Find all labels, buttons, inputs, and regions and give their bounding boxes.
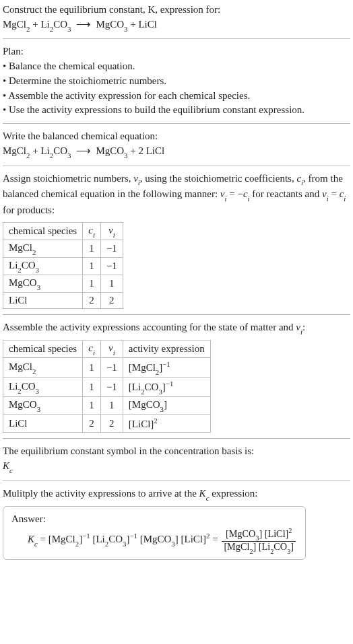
table-row: MgCO3 1 1 [MgCO3] <box>3 397 211 415</box>
plan-heading: Plan: <box>3 44 350 59</box>
col-ci: ci <box>83 222 101 240</box>
cell-species: MgCl2 <box>3 358 83 378</box>
kc-symbol-block: The equilibrium constant symbol in the c… <box>3 444 350 474</box>
cell-ci: 1 <box>83 397 101 415</box>
cell-vi: 2 <box>100 292 123 308</box>
plan-item: Balance the chemical equation. <box>3 59 350 74</box>
col-species: chemical species <box>3 341 83 358</box>
intro-line1: Construct the equilibrium constant, K, e… <box>3 3 350 17</box>
cell-activity: [LiCl]2 <box>123 415 210 433</box>
cell-vi: 1 <box>100 397 123 415</box>
stoich-block: Assign stoichiometric numbers, νi, using… <box>3 172 350 309</box>
cell-vi: −1 <box>100 257 123 275</box>
cell-vi: −1 <box>100 240 123 257</box>
cell-ci: 1 <box>83 358 101 378</box>
cell-vi: −1 <box>100 358 123 378</box>
cell-ci: 2 <box>83 415 101 433</box>
divider <box>3 438 350 439</box>
cell-species: MgCO3 <box>3 275 83 292</box>
plan-block: Plan: Balance the chemical equation. Det… <box>3 44 350 118</box>
divider <box>3 123 350 124</box>
answer-box: Answer: Kc = [MgCl2]−1 [Li2CO3]−1 [MgCO3… <box>3 506 306 560</box>
table-row: LiCl 2 2 [LiCl]2 <box>3 415 211 433</box>
stoich-table: chemical species ci νi MgCl2 1 −1 Li2CO3… <box>3 222 123 309</box>
cell-activity: [MgCO3] <box>123 397 210 415</box>
table-row: MgCO3 1 1 <box>3 275 123 292</box>
intro-equation: MgCl2 + Li2CO3 ⟶ MgCO3 + LiCl <box>3 17 350 34</box>
answer-expression: Kc = [MgCl2]−1 [Li2CO3]−1 [MgCO3] [LiCl]… <box>28 527 297 554</box>
multiply-intro: Mulitply the activity expressions to arr… <box>3 487 350 503</box>
cell-species: LiCl <box>3 415 83 433</box>
cell-activity: [Li2CO3]−1 <box>123 378 210 397</box>
cell-species: MgCl2 <box>3 240 83 257</box>
table-header-row: chemical species ci νi <box>3 222 123 240</box>
col-vi: νi <box>100 222 123 240</box>
activity-block: Assemble the activity expressions accoun… <box>3 320 350 433</box>
table-row: Li2CO3 1 −1 <box>3 257 123 275</box>
answer-label: Answer: <box>11 512 297 527</box>
balanced-equation: MgCl2 + Li2CO3 ⟶ MgCO3 + 2 LiCl <box>3 144 350 160</box>
cell-ci: 2 <box>83 292 101 308</box>
table-row: Li2CO3 1 −1 [Li2CO3]−1 <box>3 378 211 397</box>
plan-item: Use the activity expressions to build th… <box>3 103 350 118</box>
cell-ci: 1 <box>83 257 101 275</box>
table-row: LiCl 2 2 <box>3 292 123 308</box>
col-species: chemical species <box>3 222 83 240</box>
kc-symbol: Kc <box>3 459 350 475</box>
cell-activity: [MgCl2]−1 <box>123 358 210 378</box>
activity-intro: Assemble the activity expressions accoun… <box>3 320 350 336</box>
divider <box>3 314 350 315</box>
table-row: MgCl2 1 −1 [MgCl2]−1 <box>3 358 211 378</box>
cell-species: LiCl <box>3 292 83 308</box>
balanced-block: Write the balanced chemical equation: Mg… <box>3 129 350 159</box>
plan-item: Assemble the activity expression for eac… <box>3 89 350 104</box>
activity-table: chemical species ci νi activity expressi… <box>3 340 211 433</box>
cell-species: Li2CO3 <box>3 378 83 397</box>
divider <box>3 166 350 166</box>
cell-ci: 1 <box>83 240 101 257</box>
multiply-block: Mulitply the activity expressions to arr… <box>3 487 350 560</box>
col-vi: νi <box>100 341 123 358</box>
cell-vi: 2 <box>100 415 123 433</box>
table-header-row: chemical species ci νi activity expressi… <box>3 341 211 358</box>
cell-vi: 1 <box>100 275 123 292</box>
cell-ci: 1 <box>83 378 101 397</box>
intro-block: Construct the equilibrium constant, K, e… <box>3 3 350 33</box>
stoich-intro: Assign stoichiometric numbers, νi, using… <box>3 172 350 218</box>
cell-vi: −1 <box>100 378 123 397</box>
col-ci: ci <box>83 341 101 358</box>
table-row: MgCl2 1 −1 <box>3 240 123 257</box>
plan-list: Balance the chemical equation. Determine… <box>3 59 350 118</box>
kc-symbol-intro: The equilibrium constant symbol in the c… <box>3 444 350 459</box>
cell-ci: 1 <box>83 275 101 292</box>
divider <box>3 38 350 39</box>
plan-item: Determine the stoichiometric numbers. <box>3 74 350 89</box>
cell-species: Li2CO3 <box>3 257 83 275</box>
divider <box>3 480 350 481</box>
balanced-heading: Write the balanced chemical equation: <box>3 129 350 144</box>
cell-species: MgCO3 <box>3 397 83 415</box>
col-activity: activity expression <box>123 341 210 358</box>
